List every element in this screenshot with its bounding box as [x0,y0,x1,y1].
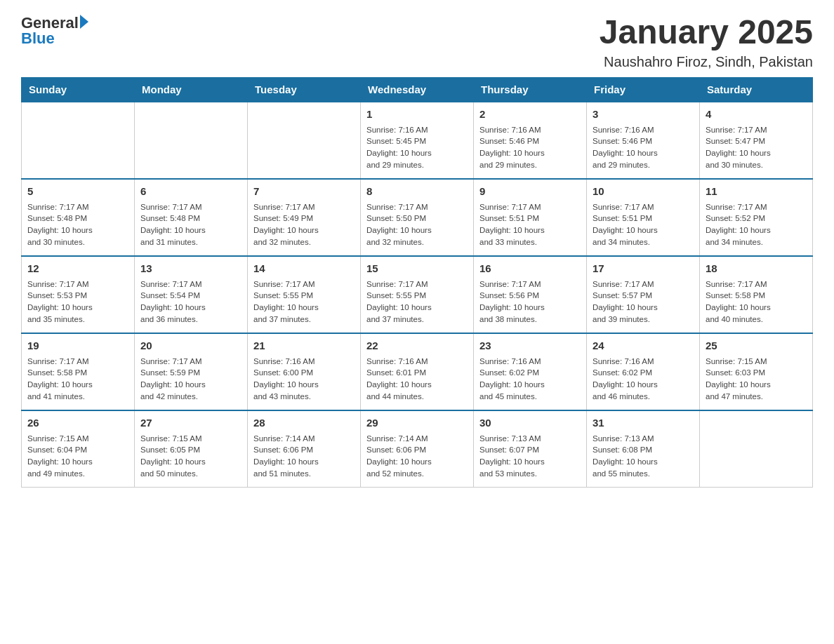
day-of-week-header: Wednesday [361,77,474,102]
calendar-cell: 29Sunrise: 7:14 AM Sunset: 6:06 PM Dayli… [361,410,474,488]
calendar-cell: 5Sunrise: 7:17 AM Sunset: 5:48 PM Daylig… [22,179,135,256]
calendar-cell: 13Sunrise: 7:17 AM Sunset: 5:54 PM Dayli… [135,256,248,333]
calendar-cell: 30Sunrise: 7:13 AM Sunset: 6:07 PM Dayli… [474,410,587,488]
day-info: Sunrise: 7:17 AM Sunset: 5:58 PM Dayligh… [706,279,807,326]
calendar-cell: 8Sunrise: 7:17 AM Sunset: 5:50 PM Daylig… [361,179,474,256]
day-of-week-header: Tuesday [248,77,361,102]
day-info: Sunrise: 7:17 AM Sunset: 5:51 PM Dayligh… [479,201,581,248]
calendar-cell: 9Sunrise: 7:17 AM Sunset: 5:51 PM Daylig… [474,179,587,256]
calendar-cell: 11Sunrise: 7:17 AM Sunset: 5:52 PM Dayli… [700,179,813,256]
day-number: 30 [479,415,581,431]
day-info: Sunrise: 7:13 AM Sunset: 6:08 PM Dayligh… [593,433,694,480]
day-info: Sunrise: 7:17 AM Sunset: 5:53 PM Dayligh… [27,279,128,326]
day-number: 25 [706,338,807,354]
calendar-week-row: 12Sunrise: 7:17 AM Sunset: 5:53 PM Dayli… [22,256,813,333]
day-number: 27 [140,415,241,431]
calendar-cell: 12Sunrise: 7:17 AM Sunset: 5:53 PM Dayli… [22,256,135,333]
day-info: Sunrise: 7:16 AM Sunset: 5:46 PM Dayligh… [593,124,694,171]
calendar-cell: 22Sunrise: 7:16 AM Sunset: 6:01 PM Dayli… [361,333,474,410]
calendar-cell: 16Sunrise: 7:17 AM Sunset: 5:56 PM Dayli… [474,256,587,333]
day-info: Sunrise: 7:17 AM Sunset: 5:48 PM Dayligh… [140,201,241,248]
day-number: 28 [253,415,355,431]
calendar-cell [135,102,248,179]
day-info: Sunrise: 7:16 AM Sunset: 6:02 PM Dayligh… [479,356,581,403]
calendar-table: SundayMondayTuesdayWednesdayThursdayFrid… [21,77,813,488]
calendar-cell: 3Sunrise: 7:16 AM Sunset: 5:46 PM Daylig… [587,102,700,179]
calendar-cell: 26Sunrise: 7:15 AM Sunset: 6:04 PM Dayli… [22,410,135,488]
day-number: 12 [27,261,128,276]
day-info: Sunrise: 7:15 AM Sunset: 6:05 PM Dayligh… [140,433,241,480]
day-number: 6 [140,184,241,199]
calendar-cell [700,410,813,488]
day-info: Sunrise: 7:17 AM Sunset: 5:59 PM Dayligh… [140,356,241,403]
page-header: General Blue January 2025 Naushahro Firo… [21,14,813,70]
day-number: 18 [706,261,807,276]
day-number: 9 [479,184,581,199]
calendar-week-row: 26Sunrise: 7:15 AM Sunset: 6:04 PM Dayli… [22,410,813,488]
day-info: Sunrise: 7:17 AM Sunset: 5:54 PM Dayligh… [140,279,241,326]
day-info: Sunrise: 7:14 AM Sunset: 6:06 PM Dayligh… [366,433,468,480]
day-number: 10 [593,184,694,199]
day-info: Sunrise: 7:16 AM Sunset: 6:01 PM Dayligh… [366,356,468,403]
day-number: 1 [366,107,468,122]
calendar-cell: 2Sunrise: 7:16 AM Sunset: 5:46 PM Daylig… [474,102,587,179]
calendar-cell: 17Sunrise: 7:17 AM Sunset: 5:57 PM Dayli… [587,256,700,333]
day-number: 16 [479,261,581,276]
day-number: 26 [27,415,128,431]
calendar-cell: 27Sunrise: 7:15 AM Sunset: 6:05 PM Dayli… [135,410,248,488]
day-number: 14 [253,261,355,276]
day-number: 11 [706,184,807,199]
day-info: Sunrise: 7:17 AM Sunset: 5:47 PM Dayligh… [706,124,807,171]
location: Naushahro Firoz, Sindh, Pakistan [600,54,813,70]
day-info: Sunrise: 7:17 AM Sunset: 5:51 PM Dayligh… [593,201,694,248]
day-number: 31 [593,415,694,431]
day-info: Sunrise: 7:17 AM Sunset: 5:55 PM Dayligh… [253,279,355,326]
day-number: 21 [253,338,355,354]
day-of-week-header: Sunday [22,77,135,102]
day-info: Sunrise: 7:15 AM Sunset: 6:03 PM Dayligh… [706,356,807,403]
day-info: Sunrise: 7:13 AM Sunset: 6:07 PM Dayligh… [479,433,581,480]
calendar-cell: 4Sunrise: 7:17 AM Sunset: 5:47 PM Daylig… [700,102,813,179]
calendar-body: 1Sunrise: 7:16 AM Sunset: 5:45 PM Daylig… [22,102,813,488]
calendar-cell [248,102,361,179]
calendar-cell: 31Sunrise: 7:13 AM Sunset: 6:08 PM Dayli… [587,410,700,488]
calendar-cell: 21Sunrise: 7:16 AM Sunset: 6:00 PM Dayli… [248,333,361,410]
day-info: Sunrise: 7:14 AM Sunset: 6:06 PM Dayligh… [253,433,355,480]
calendar-cell: 1Sunrise: 7:16 AM Sunset: 5:45 PM Daylig… [361,102,474,179]
day-number: 2 [479,107,581,122]
day-info: Sunrise: 7:17 AM Sunset: 5:55 PM Dayligh… [366,279,468,326]
day-info: Sunrise: 7:17 AM Sunset: 5:56 PM Dayligh… [479,279,581,326]
day-info: Sunrise: 7:16 AM Sunset: 6:00 PM Dayligh… [253,356,355,403]
calendar-cell: 25Sunrise: 7:15 AM Sunset: 6:03 PM Dayli… [700,333,813,410]
day-number: 13 [140,261,241,276]
calendar-header: SundayMondayTuesdayWednesdayThursdayFrid… [22,77,813,102]
calendar-cell: 15Sunrise: 7:17 AM Sunset: 5:55 PM Dayli… [361,256,474,333]
day-of-week-header: Thursday [474,77,587,102]
month-title: January 2025 [600,14,813,51]
day-of-week-header: Saturday [700,77,813,102]
day-number: 8 [366,184,468,199]
day-number: 24 [593,338,694,354]
day-number: 5 [27,184,128,199]
day-info: Sunrise: 7:17 AM Sunset: 5:52 PM Dayligh… [706,201,807,248]
day-number: 17 [593,261,694,276]
day-number: 15 [366,261,468,276]
calendar-cell: 28Sunrise: 7:14 AM Sunset: 6:06 PM Dayli… [248,410,361,488]
day-info: Sunrise: 7:17 AM Sunset: 5:57 PM Dayligh… [593,279,694,326]
day-number: 22 [366,338,468,354]
calendar-cell [22,102,135,179]
calendar-cell: 23Sunrise: 7:16 AM Sunset: 6:02 PM Dayli… [474,333,587,410]
logo: General Blue [21,14,88,48]
day-info: Sunrise: 7:17 AM Sunset: 5:50 PM Dayligh… [366,201,468,248]
day-number: 23 [479,338,581,354]
calendar-cell: 18Sunrise: 7:17 AM Sunset: 5:58 PM Dayli… [700,256,813,333]
day-number: 29 [366,415,468,431]
day-number: 19 [27,338,128,354]
day-number: 3 [593,107,694,122]
days-of-week-row: SundayMondayTuesdayWednesdayThursdayFrid… [22,77,813,102]
calendar-week-row: 1Sunrise: 7:16 AM Sunset: 5:45 PM Daylig… [22,102,813,179]
logo-arrow-icon [80,15,88,29]
day-info: Sunrise: 7:16 AM Sunset: 6:02 PM Dayligh… [593,356,694,403]
day-info: Sunrise: 7:16 AM Sunset: 5:46 PM Dayligh… [479,124,581,171]
day-info: Sunrise: 7:17 AM Sunset: 5:58 PM Dayligh… [27,356,128,403]
